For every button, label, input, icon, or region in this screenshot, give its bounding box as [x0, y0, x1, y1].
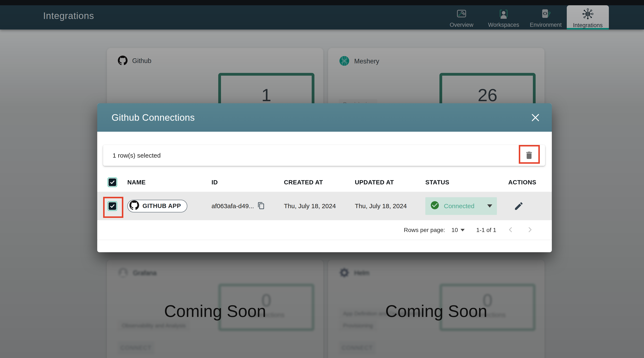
column-header-actions: ACTIONS	[508, 179, 552, 186]
pagination-bar: Rows per page: 10 1-1 of 1	[97, 220, 552, 240]
modal-header: Github Connections	[97, 103, 552, 132]
column-header-updated-at[interactable]: UPDATED AT	[355, 179, 425, 186]
connection-id: af063afa-d49...	[212, 203, 254, 210]
created-at-cell: Thu, July 18, 2024	[284, 203, 355, 210]
chevron-down-icon	[487, 204, 492, 208]
table-row[interactable]: GITHUB APP af063afa-d49... Thu, July 18,…	[97, 192, 552, 220]
integrations-page: Github 1 Connections	[0, 0, 644, 358]
connection-name: GITHUB APP	[142, 203, 181, 210]
column-header-id[interactable]: ID	[212, 179, 284, 186]
column-header-created-at[interactable]: CREATED AT	[284, 179, 355, 186]
connection-name-chip[interactable]: GITHUB APP	[127, 200, 187, 212]
select-all-checkbox[interactable]	[108, 177, 117, 187]
copy-icon[interactable]	[257, 202, 266, 210]
edit-icon[interactable]	[514, 201, 524, 211]
status-dropdown[interactable]: Connected	[425, 197, 497, 215]
rows-per-page-value: 10	[452, 227, 458, 234]
column-header-status[interactable]: STATUS	[425, 179, 508, 186]
selection-toolbar: 1 row(s) selected	[103, 145, 545, 166]
check-circle-icon	[430, 200, 440, 212]
rows-per-page-select[interactable]: 10	[452, 227, 465, 234]
modal-title: Github Connections	[112, 112, 195, 123]
rows-per-page-label: Rows per page:	[404, 227, 445, 234]
github-logo-icon	[130, 200, 139, 212]
table-header-row: NAME ID CREATED AT UPDATED AT STATUS ACT…	[97, 173, 552, 192]
updated-at-cell: Thu, July 18, 2024	[355, 203, 425, 210]
chevron-down-icon	[460, 229, 465, 231]
annotation-box-delete-button	[519, 145, 540, 164]
selected-count-label: 1 row(s) selected	[112, 152, 160, 159]
column-header-name[interactable]: NAME	[127, 179, 212, 186]
annotation-box-row-checkbox	[103, 197, 123, 218]
github-connections-modal: Github Connections 1 row(s) selected	[97, 103, 552, 252]
pagination-range: 1-1 of 1	[476, 227, 496, 234]
close-icon[interactable]	[530, 113, 540, 122]
status-label: Connected	[444, 203, 474, 210]
previous-page-icon[interactable]	[506, 225, 516, 235]
next-page-icon[interactable]	[525, 225, 535, 235]
